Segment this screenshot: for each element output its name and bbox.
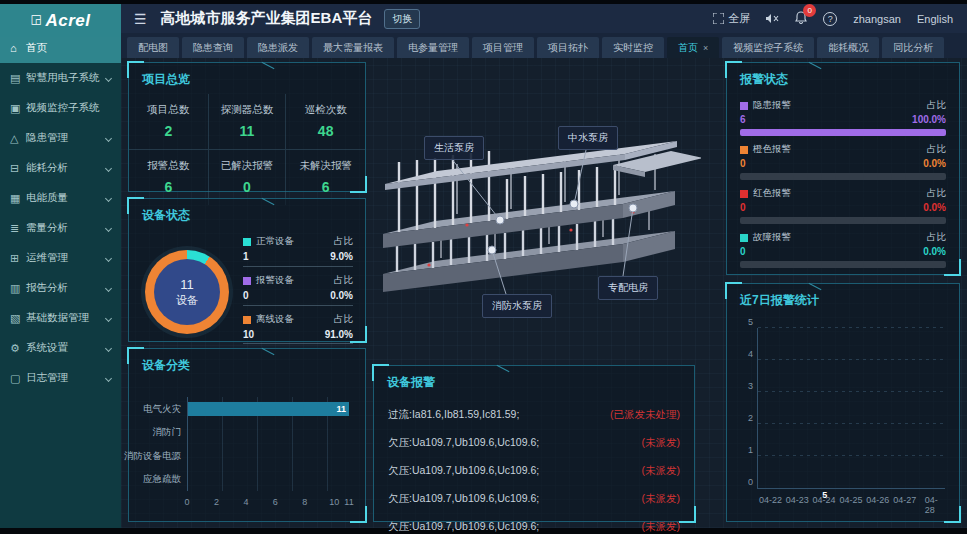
tab-yinhuanpaifa[interactable]: 隐患派发 [247, 37, 309, 58]
tab-bar: 配电图 隐患查询 隐患派发 最大需量报表 电参量管理 项目管理 项目拓扑 实时监… [121, 33, 967, 58]
chevron-down-icon [105, 74, 112, 81]
menu-collapse-icon[interactable]: ☰ [134, 11, 147, 27]
panel-week-alarm-stats: 近7日报警统计 0 1 2 3 4 5 5 04-22 [726, 283, 960, 522]
eba-dashboard: ◲ Acrel ☰ 高地城市服务产业集团EBA平台 切换 全屏 0 ? zhan… [0, 0, 967, 534]
chevron-down-icon [105, 224, 112, 231]
x-axis: 04-22 04-23 04-24 04-25 04-26 04-27 04-2… [757, 495, 945, 507]
report-icon: ▥ [10, 282, 26, 295]
help-icon[interactable]: ? [823, 12, 837, 26]
tab-shipinjiankong[interactable]: 视频监控子系统 [722, 37, 814, 58]
panel-title: 设备状态 [129, 199, 365, 224]
tab-yinhuanchaxun[interactable]: 隐患查询 [182, 37, 244, 58]
fullscreen-button[interactable]: 全屏 [713, 11, 750, 26]
log-icon: ▢ [10, 372, 26, 385]
alarm-status-hazard: 隐患报警占比 6100.0% [740, 99, 946, 136]
chevron-down-icon [105, 314, 112, 321]
username[interactable]: zhangsan [853, 13, 901, 25]
ops-icon: ⊞ [10, 252, 26, 265]
week-alarm-bar-chart: 0 1 2 3 4 5 5 [757, 328, 945, 489]
sidebar-item-hazard[interactable]: △ 隐患管理 [0, 123, 121, 153]
tab-zuidaxuliang[interactable]: 最大需量报表 [312, 37, 394, 58]
scene-label-life-pump-room[interactable]: 生活泵房 [424, 136, 484, 160]
alarm-row[interactable]: 欠压:Ua109.7,Ub109.6,Uc109.6;(未派发) [388, 485, 680, 513]
sidebar-item-power-quality[interactable]: ▦ 电能质量 [0, 183, 121, 213]
acrel-logo-text: Acrel [45, 11, 90, 31]
stat-alarms-unresolved: 未解决报警 6 [286, 150, 365, 205]
bar-electrical-fire: 11 [188, 402, 349, 416]
chevron-down-icon [105, 254, 112, 261]
panel-device-category: 设备分类 电气火灾 11 消防门 消防设备电源 应急疏散 [128, 348, 366, 522]
alarm-row[interactable]: 欠压:Ua109.7,Ub109.6,Uc109.6;(未派发) [388, 457, 680, 485]
alarm-row[interactable]: 过流:Ia81.6,Ib81.59,Ic81.59;(已派发未处理) [388, 401, 680, 429]
alarm-status-fault: 故障报警占比 00.0% [740, 231, 946, 268]
tab-diancanliang[interactable]: 电参量管理 [397, 37, 469, 58]
fullscreen-icon [713, 13, 724, 24]
tab-xiangmutuopu[interactable]: 项目拓扑 [537, 37, 599, 58]
stat-inspections: 巡检次数 48 [286, 94, 365, 150]
panel-project-overview: 项目总览 项目总数 2 探测器总数 11 巡检次数 48 报警总数 6 [128, 62, 366, 192]
power-quality-icon: ▦ [10, 192, 26, 205]
sidebar-item-logs[interactable]: ▢ 日志管理 [0, 363, 121, 393]
building-3d-view[interactable]: 生活泵房 中水泵房 消防水泵房 专配电房 [371, 62, 701, 362]
stat-alarms-resolved: 已解决报警 0 [208, 150, 287, 205]
sidebar-item-energy[interactable]: ⊟ 能耗分析 [0, 153, 121, 183]
notification-badge: 0 [803, 4, 816, 17]
legend-alarm-devices: 报警设备占比 00.0% [243, 271, 353, 306]
notifications-button[interactable]: 0 [795, 11, 807, 26]
scene-label-fire-pump-room[interactable]: 消防水泵房 [482, 294, 552, 318]
device-category-bar-chart: 电气火灾 11 消防门 消防设备电源 应急疏散 [187, 397, 349, 491]
hazard-icon: △ [10, 132, 26, 145]
legend-normal-devices: 正常设备占比 19.0% [243, 232, 353, 267]
speaker-muted-icon [766, 13, 779, 24]
tab-peidiantu[interactable]: 配电图 [127, 37, 179, 58]
panel-alarm-status: 报警状态 隐患报警占比 6100.0% 橙色报警占比 00.0% 红色报警占比 … [726, 62, 960, 275]
video-monitor-icon: ▣ [10, 102, 26, 115]
panel-title: 项目总览 [129, 63, 365, 88]
scene-label-power-distribution-room[interactable]: 专配电房 [598, 276, 658, 300]
sidebar: ⌂ 首页 ▤ 智慧用电子系统 ▣ 视频监控子系统 △ 隐患管理 ⊟ 能耗分析 ▦… [0, 33, 121, 528]
panel-device-alarm: 设备报警 过流:Ia81.6,Ib81.59,Ic81.59;(已派发未处理) … [373, 365, 695, 522]
alarm-status-red: 红色报警占比 00.0% [740, 187, 946, 224]
demand-icon: ≣ [10, 222, 26, 235]
panel-title: 设备分类 [129, 349, 365, 374]
base-data-icon: ▧ [10, 312, 26, 325]
tab-xiangmuguanli[interactable]: 项目管理 [472, 37, 534, 58]
alarm-row[interactable]: 欠压:Ua109.7,Ub109.6,Uc109.6;(未派发) [388, 429, 680, 457]
energy-icon: ⊟ [10, 162, 26, 175]
sidebar-item-base-data[interactable]: ▧ 基础数据管理 [0, 303, 121, 333]
chevron-down-icon [105, 374, 112, 381]
alarm-row[interactable]: 欠压:Ua109.7,Ub109.6,Uc109.6;(未派发) [388, 513, 680, 534]
sidebar-item-ops[interactable]: ⊞ 运维管理 [0, 243, 121, 273]
panel-title: 设备报警 [374, 366, 694, 391]
stat-detectors: 探测器总数 11 [208, 94, 287, 150]
switch-project-button[interactable]: 切换 [384, 9, 420, 29]
language-switch[interactable]: English [917, 13, 953, 25]
app-header: ◲ Acrel ☰ 高地城市服务产业集团EBA平台 切换 全屏 0 ? zhan… [0, 4, 967, 33]
tab-shishijiankong[interactable]: 实时监控 [602, 37, 664, 58]
scene-label-reclaimed-water-pump-room[interactable]: 中水泵房 [558, 126, 618, 150]
sidebar-item-home[interactable]: ⌂ 首页 [0, 33, 121, 63]
donut-center-value: 11 [180, 277, 194, 292]
chevron-down-icon [105, 344, 112, 351]
app-title: 高地城市服务产业集团EBA平台 [161, 9, 373, 28]
tab-tongbifenxi[interactable]: 同比分析 [882, 37, 944, 58]
mute-button[interactable] [766, 13, 779, 24]
donut-center-label: 设备 [176, 293, 198, 308]
sidebar-item-demand[interactable]: ≣ 需量分析 [0, 213, 121, 243]
alarm-status-orange: 橙色报警占比 00.0% [740, 143, 946, 180]
tab-home-active[interactable]: 首页 × [667, 37, 719, 58]
sidebar-item-smart-power[interactable]: ▤ 智慧用电子系统 [0, 63, 121, 93]
panel-title: 报警状态 [727, 63, 959, 88]
panel-title: 近7日报警统计 [727, 284, 959, 309]
tab-nenghaogaikuang[interactable]: 能耗概况 [817, 37, 879, 58]
acrel-logo: ◲ Acrel [0, 4, 121, 37]
sidebar-item-settings[interactable]: ⚙ 系统设置 [0, 333, 121, 363]
sidebar-item-report[interactable]: ▥ 报告分析 [0, 273, 121, 303]
sidebar-item-video-monitor[interactable]: ▣ 视频监控子系统 [0, 93, 121, 123]
chevron-down-icon [105, 194, 112, 201]
device-status-donut-chart: 11 设备 [145, 250, 229, 334]
tab-close-icon[interactable]: × [703, 43, 708, 53]
legend-offline-devices: 离线设备占比 1091.0% [243, 310, 353, 348]
acrel-logo-icon: ◲ [31, 12, 43, 26]
chevron-down-icon [105, 164, 112, 171]
